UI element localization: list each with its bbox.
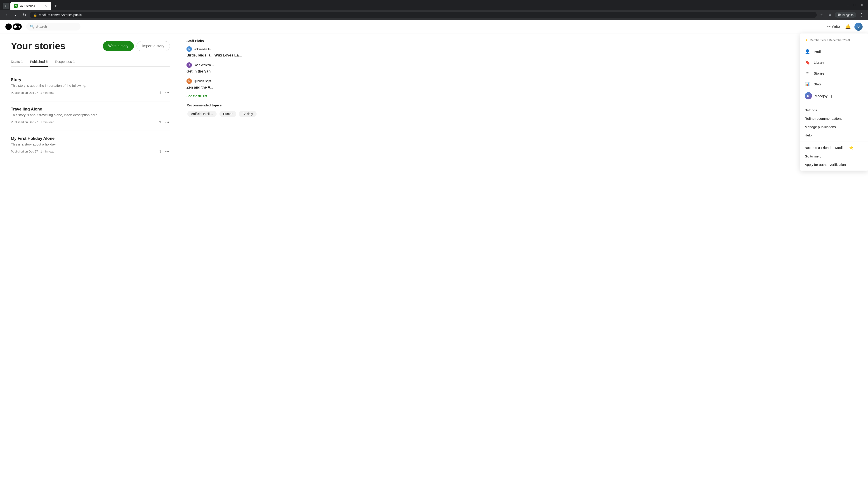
pick-author-avatar: Q [186, 78, 192, 84]
story-title: My First Holiday Alone [11, 136, 170, 141]
forward-button[interactable]: › [12, 11, 19, 19]
search-bar[interactable]: 🔍 Search [26, 23, 81, 31]
pick-title: Zen and the A... [186, 85, 261, 90]
story-excerpt: This story is about travelling alone, in… [11, 113, 170, 117]
tab-responses[interactable]: Responses 1 [55, 57, 75, 67]
library-label: Library [814, 61, 824, 64]
close-window-button[interactable]: ✕ [859, 2, 865, 8]
story-more-button[interactable]: ••• [164, 119, 170, 125]
split-screen-icon[interactable]: ⧉ [827, 12, 833, 18]
dropdown-item-settings[interactable]: Settings [800, 106, 868, 114]
write-icon: ✏ [827, 24, 831, 29]
tab-published[interactable]: Published 5 [30, 57, 48, 67]
pick-author-row: J Joan Westenl... [186, 62, 261, 68]
search-icon: 🔍 [30, 24, 34, 29]
main-content-area: Your stories Write a story Import a stor… [0, 33, 181, 488]
story-title: Story [11, 77, 170, 82]
notifications-bell-icon[interactable]: 🔔 [845, 24, 851, 29]
dropdown-item-verify[interactable]: Apply for author verification [800, 160, 868, 169]
story-meta: Published on Dec 27 · 1 min read ⇧ ••• [11, 149, 170, 155]
address-text: medium.com/me/stories/public [39, 13, 82, 17]
write-button[interactable]: ✏ Write [825, 23, 842, 30]
dropdown-item-publication[interactable]: M Moodjoy | [800, 90, 868, 102]
stats-label: Stats [814, 82, 822, 86]
medium-logo[interactable] [5, 24, 22, 30]
story-more-button[interactable]: ••• [164, 149, 170, 155]
see-full-list-link[interactable]: See the full list [186, 94, 261, 98]
pick-author-name: Joan Westenl... [194, 63, 214, 67]
tag-chip-society[interactable]: Society [239, 111, 256, 117]
staff-picks-title: Staff Picks [186, 39, 261, 43]
story-share-button[interactable]: ⇧ [158, 90, 162, 96]
profile-label: Profile [814, 50, 824, 54]
pick-author-row: Q Quentin Sept... [186, 78, 261, 84]
browser-menu-button[interactable]: ⋮ [858, 11, 865, 19]
staff-pick-item[interactable]: Q Quentin Sept... Zen and the A... [186, 78, 261, 90]
tab-drafts[interactable]: Drafts 1 [11, 57, 23, 67]
logo-rect [13, 24, 22, 30]
user-dropdown-menu: ★ Member since December 2023 👤 Profile 🔖… [800, 33, 868, 170]
story-share-button[interactable]: ⇧ [158, 149, 162, 155]
story-share-button[interactable]: ⇧ [158, 119, 162, 125]
tab-title-text: Your stories [20, 4, 42, 8]
story-excerpt: This is a story about a holiday [11, 142, 170, 146]
staff-pick-item[interactable]: J Joan Westenl... Get in the Van [186, 62, 261, 74]
address-bar[interactable]: 🔒 medium.com/me/stories/public [30, 12, 817, 18]
story-excerpt: This story is about the importation of t… [11, 84, 170, 88]
story-actions: ⇧ ••• [158, 90, 170, 96]
library-icon: 🔖 [805, 60, 810, 65]
story-publish-date: Published on Dec 27 · 1 min read [11, 121, 54, 124]
story-meta: Published on Dec 27 · 1 min read ⇧ ••• [11, 90, 170, 96]
story-title: Travelling Alone [11, 107, 170, 111]
pick-title: Birds, bugs, a... Wiki Loves Ea... [186, 53, 261, 58]
dropdown-item-stats[interactable]: 📊 Stats [800, 78, 868, 90]
story-item: My First Holiday Alone This is a story a… [11, 131, 170, 160]
cursor-indicator: | [831, 94, 832, 98]
incognito-label: Incognito [842, 13, 854, 17]
tag-chip-ai[interactable]: Artificial Intelli... [187, 111, 217, 117]
minimize-button[interactable]: – [844, 2, 851, 8]
story-publish-date: Published on Dec 27 · 1 min read [11, 91, 54, 94]
tag-chip-humor[interactable]: Humor [219, 111, 236, 117]
pick-author-avatar: W [186, 46, 192, 52]
maximize-button[interactable]: □ [852, 2, 858, 8]
recommended-topics-title: Recommended topics [186, 103, 261, 107]
write-label: Write [832, 25, 840, 29]
story-more-button[interactable]: ••• [164, 90, 170, 96]
dropdown-item-stories[interactable]: ≡ Stories [800, 68, 868, 78]
active-browser-tab[interactable]: M Your stories ✕ [10, 2, 51, 10]
pick-author-avatar: J [186, 62, 192, 68]
pick-author-row: W Wikimedia In... [186, 46, 261, 52]
back-button[interactable]: ‹ [3, 11, 10, 19]
pick-author-name: Quentin Sept... [194, 79, 213, 83]
staff-pick-item[interactable]: W Wikimedia In... Birds, bugs, a... Wiki… [186, 46, 261, 58]
dropdown-item-me-dm[interactable]: Go to me.dm [800, 152, 868, 160]
page-title: Your stories [11, 41, 66, 52]
stories-icon: ≡ [805, 70, 810, 76]
tab-group-switcher[interactable]: ⇩ [3, 3, 9, 9]
right-sidebar: Staff Picks W Wikimedia In... Birds, bug… [181, 33, 267, 488]
dropdown-item-profile[interactable]: 👤 Profile [800, 46, 868, 57]
dropdown-item-help[interactable]: Help [800, 131, 868, 139]
dropdown-item-manage[interactable]: Manage publications [800, 123, 868, 131]
dropdown-item-friend[interactable]: Become a Friend of Medium ⭐ [800, 143, 868, 152]
profile-icon: 👤 [805, 49, 810, 54]
stats-icon: 📊 [805, 81, 810, 87]
story-meta: Published on Dec 27 · 1 min read ⇧ ••• [11, 119, 170, 125]
stories-header: Your stories Write a story Import a stor… [11, 41, 170, 52]
incognito-badge[interactable]: 🕶 Incognito [835, 12, 856, 18]
user-avatar[interactable]: U [855, 23, 863, 31]
dropdown-item-library[interactable]: 🔖 Library [800, 57, 868, 68]
story-actions: ⇧ ••• [158, 149, 170, 155]
import-story-button[interactable]: Import a story [136, 41, 170, 51]
header-right-actions: ✏ Write 🔔 U [825, 23, 863, 31]
dropdown-item-refine[interactable]: Refine recommendations [800, 114, 868, 123]
refresh-button[interactable]: ↻ [21, 11, 28, 19]
write-story-button[interactable]: Write a story [103, 41, 134, 51]
new-tab-button[interactable]: + [53, 3, 59, 9]
tab-close-button[interactable]: ✕ [44, 4, 48, 8]
stories-label: Stories [814, 71, 825, 75]
logo-circle [5, 24, 12, 30]
bookmark-star-icon[interactable]: ☆ [818, 12, 825, 18]
member-star-icon: ★ [805, 38, 808, 42]
